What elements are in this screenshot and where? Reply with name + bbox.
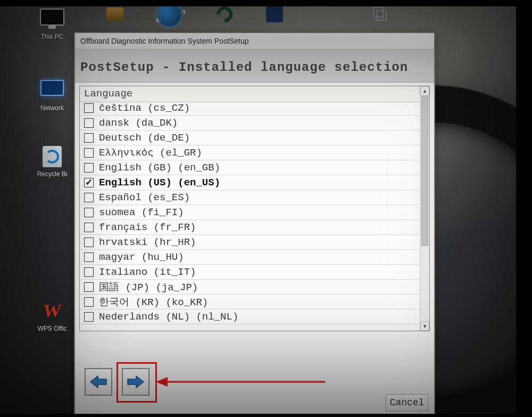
language-label: suomea (fi_FI) bbox=[99, 207, 184, 218]
language-row[interactable]: français (fr_FR) bbox=[80, 220, 420, 235]
language-label: English (GB) (en_GB) bbox=[99, 162, 220, 174]
app-icon-e[interactable] bbox=[266, 5, 283, 22]
globe-icon[interactable] bbox=[157, 3, 181, 27]
scroll-down-button[interactable]: ▼ bbox=[420, 322, 429, 331]
language-checkbox[interactable] bbox=[84, 267, 94, 277]
language-label: 国語 (JP) (ja_JP) bbox=[99, 280, 198, 294]
window-title: Offboard Diagnostic Information System P… bbox=[80, 37, 248, 45]
language-label: čeština (cs_CZ) bbox=[99, 102, 190, 114]
language-label: English (US) (en_US) bbox=[99, 177, 220, 189]
folder-icon[interactable] bbox=[106, 7, 123, 21]
language-checkbox[interactable] bbox=[84, 252, 94, 262]
wizard-header: PostSetup - Installed language selection bbox=[75, 50, 434, 83]
svg-marker-5 bbox=[156, 377, 168, 387]
language-row[interactable]: Ελληνικός (el_GR) bbox=[80, 145, 420, 160]
dialog-footer: Cancel bbox=[79, 391, 430, 412]
language-checkbox[interactable] bbox=[84, 223, 94, 232]
svg-marker-2 bbox=[90, 376, 106, 388]
language-label: Ελληνικός (el_GR) bbox=[99, 147, 202, 159]
language-label: magyar (hu_HU) bbox=[99, 251, 184, 263]
language-row[interactable]: English (GB) (en_GB) bbox=[80, 160, 420, 175]
language-checkbox[interactable] bbox=[84, 312, 94, 322]
language-row[interactable]: English (US) (en_US) bbox=[80, 175, 420, 190]
scrollbar-vertical[interactable]: ▲ ▼ bbox=[420, 86, 429, 331]
svg-rect-0 bbox=[373, 7, 383, 17]
language-rows-container: čeština (cs_CZ)dansk (da_DK)Deutsch (de_… bbox=[80, 101, 420, 331]
window-titlebar[interactable]: Offboard Diagnostic Information System P… bbox=[75, 33, 434, 50]
language-row[interactable]: hrvatski (hr_HR) bbox=[80, 235, 420, 250]
app-icon-layers[interactable] bbox=[371, 5, 389, 23]
language-label: 한국어 (KR) (ko_KR) bbox=[99, 295, 208, 309]
language-checkbox[interactable] bbox=[84, 282, 94, 292]
language-checkbox[interactable] bbox=[84, 178, 94, 187]
language-checkbox[interactable] bbox=[84, 103, 94, 113]
language-checkbox[interactable] bbox=[84, 297, 94, 307]
language-checkbox[interactable] bbox=[84, 208, 94, 217]
language-label: hrvatski (hr_HR) bbox=[99, 236, 196, 248]
svg-rect-1 bbox=[377, 11, 386, 20]
column-header-language[interactable]: Language bbox=[80, 86, 420, 102]
desktop-icon-wps[interactable]: W WPS Offic bbox=[30, 300, 74, 332]
desktop-icon-recycle-bin[interactable]: Recycle Bi bbox=[30, 146, 74, 178]
desktop-icon-network[interactable]: Network bbox=[30, 80, 74, 112]
cancel-button[interactable]: Cancel bbox=[386, 394, 428, 411]
desktop-icon-this-pc[interactable]: This PC bbox=[30, 9, 74, 40]
language-checkbox[interactable] bbox=[84, 118, 94, 128]
svg-marker-3 bbox=[128, 376, 144, 388]
language-row[interactable]: 한국어 (KR) (ko_KR) bbox=[80, 295, 420, 309]
language-checkbox[interactable] bbox=[84, 163, 94, 173]
cancel-label: Cancel bbox=[390, 397, 425, 408]
language-list: Language čeština (cs_CZ)dansk (da_DK)Deu… bbox=[79, 86, 430, 331]
desktop-icon-label: This PC bbox=[30, 33, 74, 40]
language-row[interactable]: Deutsch (de_DE) bbox=[80, 130, 420, 145]
desktop-icon-label: Network bbox=[30, 104, 74, 112]
scrollbar-thumb[interactable] bbox=[421, 96, 428, 246]
desktop-icon-label: WPS Offic bbox=[30, 325, 74, 332]
language-row[interactable]: Nederlands (NL) (nl_NL) bbox=[80, 309, 420, 324]
desktop-icon-label: Recycle Bi bbox=[30, 170, 74, 178]
language-row[interactable]: čeština (cs_CZ) bbox=[80, 101, 420, 116]
refresh-icon[interactable] bbox=[214, 6, 235, 22]
language-label: français (fr_FR) bbox=[99, 222, 196, 233]
scroll-up-button[interactable]: ▲ bbox=[420, 86, 429, 95]
language-checkbox[interactable] bbox=[84, 133, 94, 143]
language-checkbox[interactable] bbox=[84, 148, 94, 158]
language-row[interactable]: Italiano (it_IT) bbox=[80, 265, 420, 280]
installer-window: Offboard Diagnostic Information System P… bbox=[74, 32, 435, 416]
language-row[interactable]: suomea (fi_FI) bbox=[80, 205, 420, 220]
annotation-arrow bbox=[155, 374, 330, 390]
language-checkbox[interactable] bbox=[84, 193, 94, 202]
language-checkbox[interactable] bbox=[84, 238, 94, 247]
language-label: dansk (da_DK) bbox=[99, 117, 178, 129]
language-row[interactable]: 国語 (JP) (ja_JP) bbox=[80, 280, 420, 295]
language-label: Italiano (it_IT) bbox=[99, 266, 196, 278]
language-label: Español (es_ES) bbox=[99, 192, 190, 203]
language-row[interactable]: magyar (hu_HU) bbox=[80, 250, 420, 265]
language-row[interactable]: Español (es_ES) bbox=[80, 190, 420, 205]
language-label: Nederlands (NL) (nl_NL) bbox=[99, 311, 238, 323]
language-row[interactable]: dansk (da_DK) bbox=[80, 116, 420, 130]
language-label: Deutsch (de_DE) bbox=[99, 132, 190, 144]
desktop-background: This PC Network Recycle Bi W WPS Offic V… bbox=[0, 0, 532, 417]
